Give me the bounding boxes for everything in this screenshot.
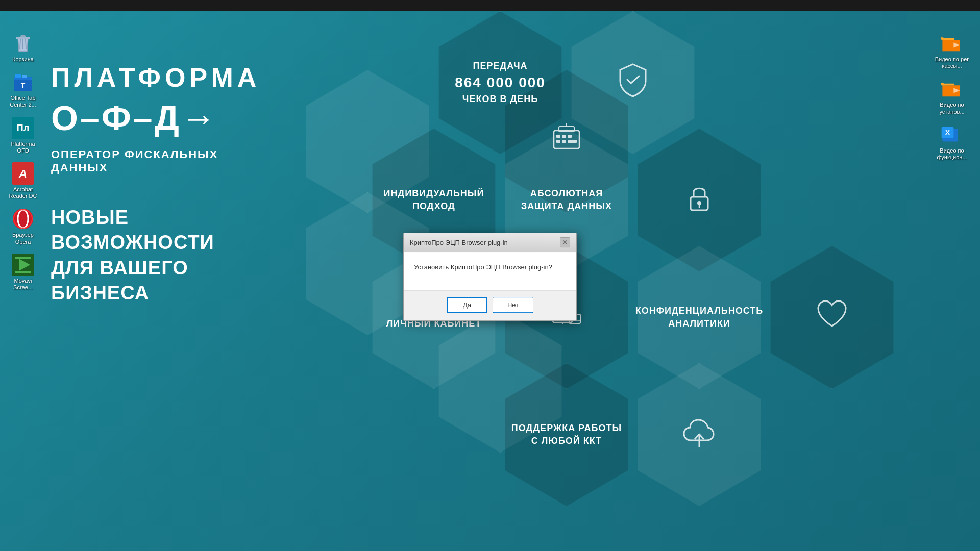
modal-titlebar: КриптоПро ЭЦП Browser plug-in ✕ [404, 233, 576, 252]
modal-body: Установить КриптоПро ЭЦП Browser plug-in… [404, 252, 576, 290]
modal-dialog: КриптоПро ЭЦП Browser plug-in ✕ Установи… [403, 233, 577, 321]
modal-no-button[interactable]: Нет [493, 297, 533, 313]
modal-close-button[interactable]: ✕ [560, 237, 570, 247]
top-bar [0, 0, 980, 11]
modal-overlay: КриптоПро ЭЦП Browser plug-in ✕ Установи… [0, 11, 980, 551]
modal-yes-button[interactable]: Да [447, 297, 487, 313]
modal-buttons: Да Нет [404, 290, 576, 320]
desktop: ПЛАТФОРМА О–Ф–Д→ ОПЕРАТОР ФИСКАЛЬНЫХ ДАН… [0, 11, 980, 551]
modal-title: КриптоПро ЭЦП Browser plug-in [410, 239, 508, 246]
modal-message: Установить КриптоПро ЭЦП Browser plug-in… [414, 262, 566, 272]
